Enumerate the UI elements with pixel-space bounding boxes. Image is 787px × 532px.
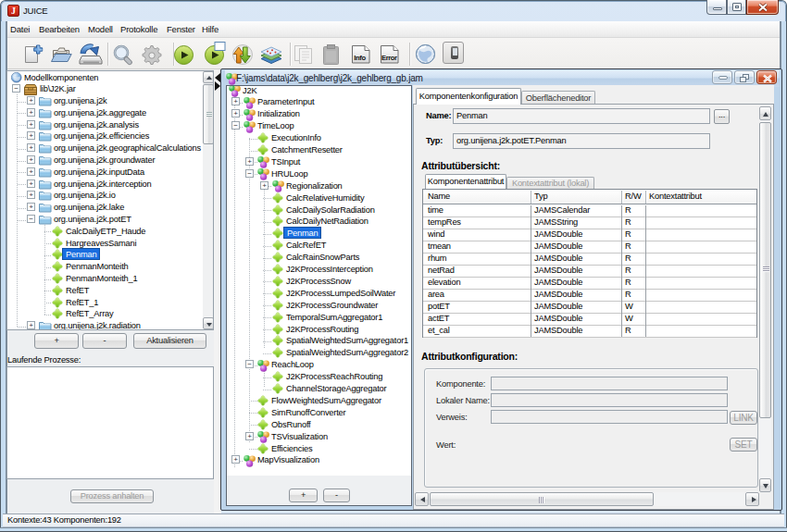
svg-text:Error: Error	[381, 54, 397, 62]
svg-text:Info: Info	[354, 54, 366, 62]
